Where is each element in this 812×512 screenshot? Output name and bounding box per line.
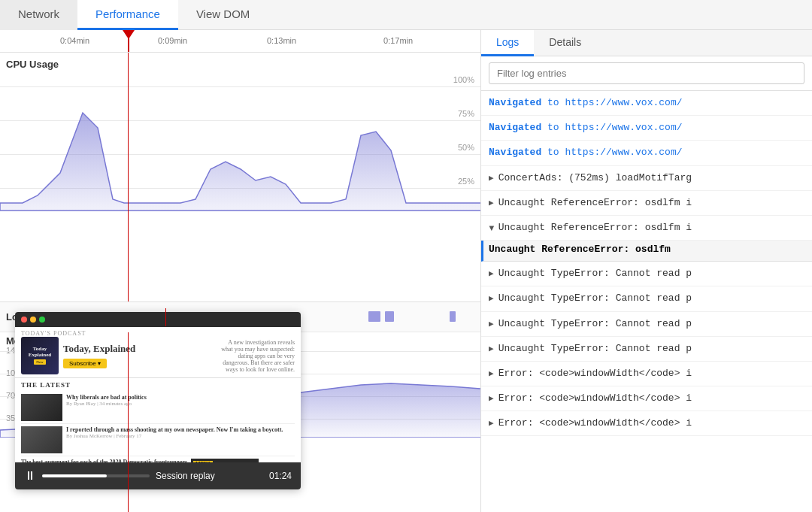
right-panel: Logs Details Navigated to https://www.vo… — [481, 30, 812, 512]
browser-dot-red — [21, 317, 27, 323]
replay-screenshot: TODAY'S PODCAST TodayExplained New Today… — [15, 327, 301, 462]
top-tab-bar: Network Performance View DOM — [0, 0, 812, 30]
replay-progress-bar[interactable] — [42, 474, 150, 477]
log-ref-error-2-text: Uncaught ReferenceError: osdlfm i — [498, 221, 692, 235]
tab-details[interactable]: Details — [534, 30, 596, 56]
task-block-3 — [450, 311, 456, 322]
log-entry-window-error-2[interactable]: ▶ Error: <code>windowWidth</code> i — [481, 386, 812, 411]
log-entry-window-error-1[interactable]: ▶ Error: <code>windowWidth</code> i — [481, 362, 812, 386]
main-content: 0:04min 0:09min 0:13min 0:17min CPU Usag… — [0, 30, 812, 512]
filter-bar — [481, 56, 812, 91]
latest-label: THE LATEST — [21, 381, 295, 389]
left-panel: 0:04min 0:09min 0:13min 0:17min CPU Usag… — [0, 30, 481, 512]
expand-arrow-type1[interactable]: ▶ — [489, 268, 494, 280]
expand-arrow-concert[interactable]: ▶ — [489, 173, 494, 184]
log-window-error-3-text: Error: <code>windowWidth</code> i — [498, 417, 692, 430]
tick-3: 0:13min — [267, 36, 296, 45]
expand-arrow-type2[interactable]: ▶ — [489, 293, 494, 304]
expand-arrow-type3[interactable]: ▶ — [489, 319, 494, 330]
log-expanded-text: Uncaught ReferenceError: osdlfm — [489, 244, 671, 255]
podcast-title: Today, Explained — [63, 343, 135, 355]
log-navigate-text-3: Navigated to https://www.vox.com/ — [489, 146, 682, 159]
browser-header — [15, 312, 301, 327]
bottom-panels: Long Mem 140M 105M 70M 35MB — [0, 301, 480, 512]
log-entries-list: Navigated to https://www.vox.com/ Naviga… — [481, 91, 812, 512]
replay-title: Session replay — [156, 471, 263, 481]
log-entry-type-error-4[interactable]: ▶ Uncaught TypeError: Cannot read p — [481, 337, 812, 362]
browser-dot-yellow — [30, 317, 36, 323]
replay-progress-fill — [42, 474, 107, 477]
task-block-1 — [368, 311, 380, 322]
log-entry-window-error-3[interactable]: ▶ Error: <code>windowWidth</code> i — [481, 411, 812, 436]
log-type-error-2-text: Uncaught TypeError: Cannot read p — [498, 292, 692, 305]
log-ref-error-1-text: Uncaught ReferenceError: osdlfm i — [498, 196, 692, 210]
expand-arrow-win3[interactable]: ▶ — [489, 418, 494, 429]
pause-button[interactable]: ⏸ — [24, 469, 36, 483]
log-entry-type-error-3[interactable]: ▶ Uncaught TypeError: Cannot read p — [481, 312, 812, 337]
log-entry-navigate-3[interactable]: Navigated to https://www.vox.com/ — [481, 141, 812, 165]
log-navigate-text-2: Navigated to https://www.vox.com/ — [489, 121, 682, 135]
tick-1: 0:04min — [60, 36, 89, 45]
timeline-cursor[interactable] — [128, 30, 129, 52]
expand-arrow-ref2[interactable]: ▶ — [486, 226, 497, 231]
expand-arrow-ref1[interactable]: ▶ — [489, 198, 494, 209]
replay-time: 01:24 — [269, 471, 292, 481]
log-entry-navigate-2[interactable]: Navigated to https://www.vox.com/ — [481, 116, 812, 141]
tab-performance[interactable]: Performance — [77, 0, 178, 30]
log-concert-text: ConcertAds: (752ms) loadMotifTarg — [498, 171, 692, 185]
log-entry-ref-error-2[interactable]: ▶ Uncaught ReferenceError: osdlfm i — [481, 216, 812, 241]
memory-section: Mem 140M 105M 70M 35MB — [0, 332, 480, 512]
log-entry-type-error-2[interactable]: ▶ Uncaught TypeError: Cannot read p — [481, 286, 812, 311]
cpu-label: CPU Usage — [6, 59, 59, 70]
log-type-error-4-text: Uncaught TypeError: Cannot read p — [498, 342, 692, 356]
log-navigate-text-1: Navigated to https://www.vox.com/ — [489, 96, 682, 110]
podcast-tag: TODAY'S PODCAST — [21, 330, 295, 337]
log-entry-type-error-1[interactable]: ▶ Uncaught TypeError: Cannot read p — [481, 262, 812, 286]
tab-network[interactable]: Network — [0, 0, 77, 30]
browser-dot-green — [39, 317, 45, 323]
session-replay-panel: TODAY'S PODCAST TodayExplained New Today… — [15, 312, 301, 489]
cpu-chart-section: CPU Usage 100% 75% 50% 25% — [0, 53, 480, 301]
timeline-ruler: 0:04min 0:09min 0:13min 0:17min — [0, 30, 480, 53]
cursor-marker — [123, 30, 135, 39]
expand-arrow-win2[interactable]: ▶ — [489, 393, 494, 404]
right-tab-bar: Logs Details — [481, 30, 812, 56]
tab-view-dom[interactable]: View DOM — [178, 0, 268, 30]
log-entry-navigate-1[interactable]: Navigated to https://www.vox.com/ — [481, 91, 812, 116]
log-entry-ref-error-1[interactable]: ▶ Uncaught ReferenceError: osdlfm i — [481, 191, 812, 216]
replay-controls-bar: ⏸ Session replay 01:24 — [15, 462, 301, 489]
log-type-error-3-text: Uncaught TypeError: Cannot read p — [498, 317, 692, 331]
task-block-2 — [385, 311, 394, 322]
log-entry-concert-ads[interactable]: ▶ ConcertAds: (752ms) loadMotifTarg — [481, 166, 812, 191]
expand-arrow-type4[interactable]: ▶ — [489, 344, 494, 355]
tick-2: 0:09min — [158, 36, 187, 45]
log-expanded-ref-error: Uncaught ReferenceError: osdlfm — [481, 241, 812, 262]
log-window-error-1-text: Error: <code>windowWidth</code> i — [498, 367, 692, 380]
subscribe-button[interactable]: Subscribe ▾ — [63, 359, 107, 368]
log-type-error-1-text: Uncaught TypeError: Cannot read p — [498, 267, 692, 280]
tab-logs[interactable]: Logs — [481, 30, 534, 56]
tick-4: 0:17min — [383, 36, 413, 45]
filter-input[interactable] — [489, 62, 804, 84]
cpu-chart-svg — [0, 53, 480, 218]
expand-arrow-win1[interactable]: ▶ — [489, 368, 494, 380]
log-window-error-2-text: Error: <code>windowWidth</code> i — [498, 392, 692, 405]
